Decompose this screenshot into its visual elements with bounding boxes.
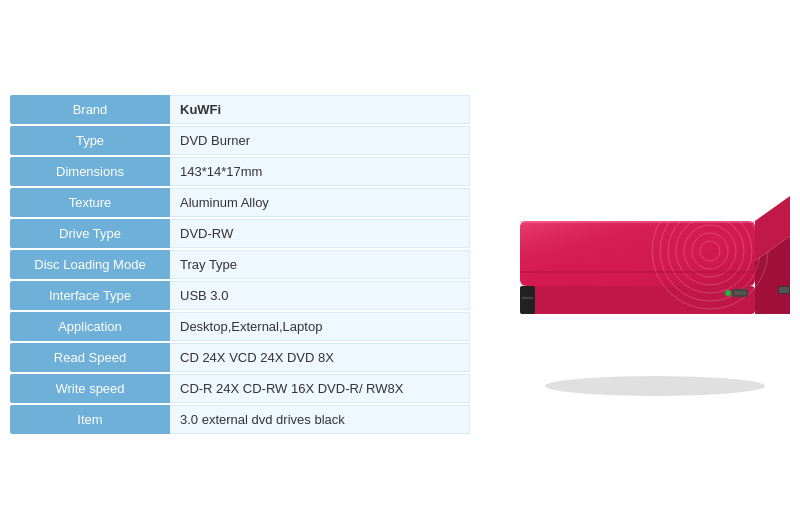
svg-rect-18 [520,271,755,273]
spec-label: Read Speed [10,343,170,372]
svg-rect-20 [734,291,746,295]
spec-label: Item [10,405,170,434]
table-row: Dimensions143*14*17mm [10,157,470,186]
dvd-drive-image [480,131,790,401]
spec-label: Application [10,312,170,341]
product-image-section [470,20,790,511]
table-row: TypeDVD Burner [10,126,470,155]
table-row: Disc Loading ModeTray Type [10,250,470,279]
spec-value: USB 3.0 [170,281,470,310]
svg-point-21 [725,290,731,296]
svg-rect-3 [522,297,533,299]
table-row: Read SpeedCD 24X VCD 24X DVD 8X [10,343,470,372]
spec-value: 3.0 external dvd drives black [170,405,470,434]
spec-label: Disc Loading Mode [10,250,170,279]
svg-point-0 [545,376,765,396]
spec-value: KuWFi [170,95,470,124]
spec-value: Desktop,External,Laptop [170,312,470,341]
spec-value: CD 24X VCD 24X DVD 8X [170,343,470,372]
spec-label: Drive Type [10,219,170,248]
spec-value: DVD Burner [170,126,470,155]
table-row: Write speedCD-R 24X CD-RW 16X DVD-R/ RW8… [10,374,470,403]
spec-value: Aluminum Alloy [170,188,470,217]
spec-label: Write speed [10,374,170,403]
svg-rect-2 [520,286,535,314]
spec-label: Interface Type [10,281,170,310]
table-row: ApplicationDesktop,External,Laptop [10,312,470,341]
table-row: Drive TypeDVD-RW [10,219,470,248]
spec-value: 143*14*17mm [170,157,470,186]
spec-value: CD-R 24X CD-RW 16X DVD-R/ RW8X [170,374,470,403]
table-row: TextureAluminum Alloy [10,188,470,217]
spec-label: Type [10,126,170,155]
table-row: Interface TypeUSB 3.0 [10,281,470,310]
specs-table: BrandKuWFiTypeDVD BurnerDimensions143*14… [10,20,470,511]
spec-label: Brand [10,95,170,124]
spec-label: Texture [10,188,170,217]
spec-value: Tray Type [170,250,470,279]
spec-label: Dimensions [10,157,170,186]
spec-value: DVD-RW [170,219,470,248]
table-row: Item3.0 external dvd drives black [10,405,470,434]
svg-rect-17 [779,287,789,293]
table-row: BrandKuWFi [10,95,470,124]
